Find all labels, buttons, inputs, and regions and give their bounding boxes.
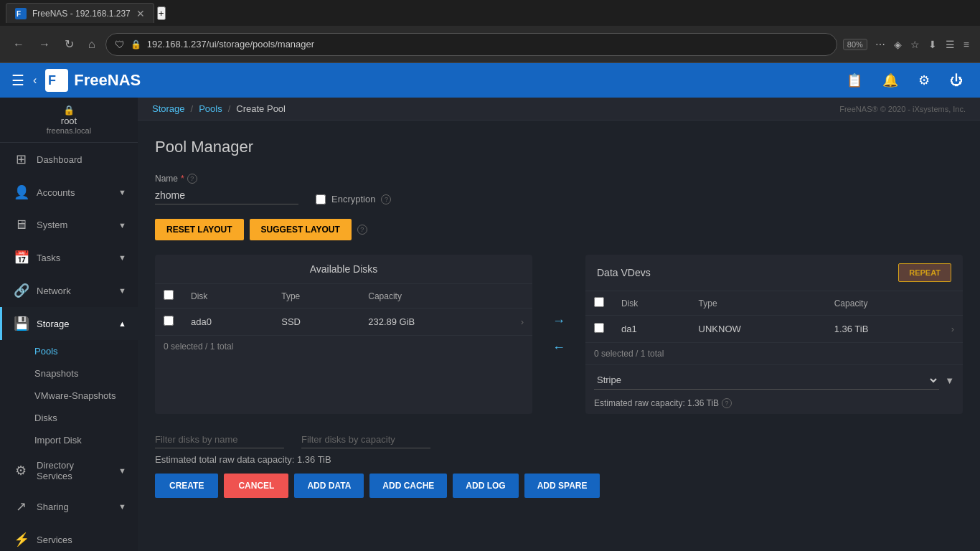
- system-arrow-icon: ▼: [118, 221, 126, 230]
- hamburger-menu[interactable]: ☰: [11, 72, 24, 89]
- browser-chrome: F FreeNAS - 192.168.1.237 ✕ + ← → ↻ ⌂ 🛡 …: [0, 0, 980, 63]
- menu-icon[interactable]: ≡: [961, 37, 971, 52]
- address-bar[interactable]: 🛡 🔒 192.168.1.237/ui/storage/pools/manag…: [105, 33, 837, 56]
- available-disks-footer: 0 selected / 1 total: [155, 336, 532, 357]
- filter-by-name-input[interactable]: [155, 431, 284, 448]
- available-disk-name: ada0: [182, 309, 273, 336]
- transfer-left-button[interactable]: ←: [550, 337, 568, 358]
- name-input[interactable]: [155, 187, 298, 204]
- library-icon[interactable]: ☰: [943, 37, 957, 52]
- favicon: F: [15, 8, 27, 19]
- filter-by-capacity-input[interactable]: [301, 431, 430, 448]
- add-log-button[interactable]: ADD LOG: [453, 474, 518, 498]
- capacity-help-icon[interactable]: ?: [722, 398, 732, 408]
- reset-layout-button[interactable]: RESET LAYOUT: [155, 219, 244, 240]
- sidebar-item-network[interactable]: 🔗 Network ▼: [0, 274, 138, 307]
- layout-help-icon[interactable]: ?: [357, 225, 367, 235]
- breadcrumb-storage[interactable]: Storage: [152, 103, 185, 114]
- vdev-row-expand[interactable]: ›: [951, 324, 954, 334]
- settings-icon[interactable]: ⚙: [913, 70, 936, 91]
- storage-arrow-icon: ▲: [118, 319, 126, 328]
- refresh-button[interactable]: ↻: [60, 34, 78, 54]
- cancel-button[interactable]: CANCEL: [224, 474, 288, 498]
- sidebar-sub-import[interactable]: Import Disk: [34, 429, 138, 451]
- create-button[interactable]: CREATE: [155, 474, 218, 498]
- sidebar-item-services[interactable]: ⚡ Services: [0, 523, 138, 551]
- add-cache-button[interactable]: ADD CACHE: [369, 474, 447, 498]
- power-icon[interactable]: ⏻: [944, 70, 969, 91]
- disks-label: Disks: [34, 413, 57, 423]
- browser-toolbar: ← → ↻ ⌂ 🛡 🔒 192.168.1.237/ui/storage/poo…: [0, 26, 980, 63]
- transfer-buttons: → ←: [544, 255, 574, 414]
- toolbar-icons: ⋯ ◈ ☆ ⬇ ☰ ≡: [873, 37, 971, 52]
- available-disk-capacity: 232.89 GiB: [359, 309, 512, 336]
- vdev-select-all[interactable]: [594, 297, 604, 307]
- sidebar-item-directory[interactable]: ⚙ Directory Services ▼: [0, 451, 138, 490]
- import-label: Import Disk: [34, 435, 82, 446]
- bookmark-icon[interactable]: ☆: [908, 37, 922, 52]
- sidebar-label-accounts: Accounts: [37, 187, 110, 198]
- available-type-col: Type: [273, 284, 359, 309]
- forward-button[interactable]: →: [34, 35, 55, 54]
- collapse-sidebar[interactable]: ‹: [33, 74, 37, 87]
- breadcrumb-current: Create Pool: [236, 103, 286, 114]
- available-select-all[interactable]: [164, 290, 174, 300]
- snapshots-label: Snapshots: [34, 368, 78, 379]
- add-data-button[interactable]: ADD DATA: [294, 474, 364, 498]
- encryption-label: Encryption: [331, 194, 375, 204]
- accounts-icon: 👤: [14, 184, 28, 200]
- bell-icon[interactable]: 🔔: [877, 70, 904, 91]
- table-row[interactable]: ada0 SSD 232.89 GiB ›: [155, 309, 532, 336]
- new-tab-button[interactable]: +: [157, 6, 166, 20]
- browser-tab[interactable]: F FreeNAS - 192.168.1.237 ✕: [6, 3, 154, 23]
- breadcrumb-pools[interactable]: Pools: [199, 103, 222, 114]
- sidebar-item-sharing[interactable]: ↗ Sharing ▼: [0, 490, 138, 523]
- sidebar-item-tasks[interactable]: 📅 Tasks ▼: [0, 241, 138, 274]
- sharing-arrow-icon: ▼: [118, 502, 126, 511]
- sidebar-label-tasks: Tasks: [37, 253, 110, 263]
- vdev-disks-footer: 0 selected / 1 total: [585, 343, 963, 364]
- sidebar-item-accounts[interactable]: 👤 Accounts ▼: [0, 176, 138, 209]
- sidebar-sub-disks[interactable]: Disks: [34, 407, 138, 429]
- available-row-expand[interactable]: ›: [521, 316, 524, 327]
- estimated-capacity: Estimated raw capacity: 1.36 TiB ?: [585, 395, 963, 414]
- sidebar-item-storage[interactable]: 💾 Storage ▲: [0, 307, 138, 340]
- transfer-right-button[interactable]: →: [550, 311, 568, 331]
- suggest-layout-button[interactable]: SUGGEST LAYOUT: [250, 219, 352, 240]
- encryption-help-icon[interactable]: ?: [381, 194, 391, 204]
- sidebar-item-dashboard[interactable]: ⊞ Dashboard: [0, 143, 138, 176]
- extensions-icon[interactable]: ⋯: [873, 37, 887, 52]
- main-layout: 🔒 root freenas.local ⊞ Dashboard 👤 Accou…: [0, 98, 980, 551]
- dashboard-icon: ⊞: [14, 151, 28, 167]
- sidebar-sub-snapshots[interactable]: Snapshots: [34, 362, 138, 385]
- browser-tab-bar: F FreeNAS - 192.168.1.237 ✕ +: [0, 0, 980, 26]
- add-spare-button[interactable]: ADD SPARE: [524, 474, 600, 498]
- encryption-checkbox[interactable]: [316, 194, 326, 204]
- sidebar-sub-pools[interactable]: Pools: [34, 340, 138, 362]
- system-icon: 🖥: [14, 217, 28, 232]
- clipboard-icon[interactable]: 📋: [841, 70, 868, 91]
- breadcrumb-sep-2: /: [228, 103, 231, 114]
- directory-arrow-icon: ▼: [118, 466, 126, 475]
- available-row-checkbox[interactable]: [164, 316, 174, 326]
- stripe-select[interactable]: Stripe Mirror RAID-Z1 RAID-Z2: [594, 371, 939, 390]
- sidebar-sub-vmware[interactable]: VMware-Snapshots: [34, 385, 138, 407]
- vdev-row-checkbox[interactable]: [594, 323, 604, 333]
- close-tab-icon[interactable]: ✕: [136, 8, 145, 19]
- name-field-group: Name * ?: [155, 174, 298, 204]
- sidebar: 🔒 root freenas.local ⊞ Dashboard 👤 Accou…: [0, 98, 138, 551]
- sidebar-item-system[interactable]: 🖥 System ▼: [0, 209, 138, 241]
- download-icon[interactable]: ⬇: [926, 37, 939, 52]
- svg-text:F: F: [17, 10, 21, 18]
- available-disks-panel: Available Disks Disk Type Capacity: [155, 255, 532, 414]
- back-button[interactable]: ←: [9, 35, 29, 54]
- home-button[interactable]: ⌂: [84, 35, 100, 54]
- disks-area: Available Disks Disk Type Capacity: [155, 255, 963, 414]
- user-lock-icon: 🔒: [11, 105, 126, 116]
- table-row[interactable]: da1 UNKNOW 1.36 TiB ›: [585, 316, 963, 343]
- repeat-button[interactable]: REPEAT: [898, 263, 951, 282]
- pocket-icon[interactable]: ◈: [892, 37, 904, 52]
- svg-text:F: F: [48, 73, 56, 88]
- pools-label: Pools: [34, 346, 58, 357]
- name-help-icon[interactable]: ?: [187, 174, 197, 184]
